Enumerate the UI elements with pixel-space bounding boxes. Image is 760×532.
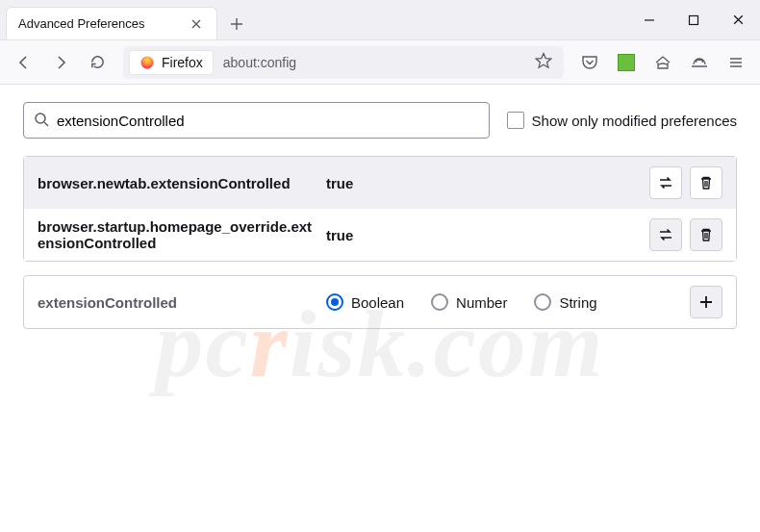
radio-string[interactable]: String [534, 293, 596, 311]
radio-icon [326, 293, 343, 311]
url-input[interactable] [214, 46, 529, 79]
new-pref-row: extensionControlled Boolean Number Strin… [23, 275, 737, 329]
reload-button[interactable] [81, 46, 114, 79]
search-icon [34, 112, 49, 130]
pocket-button[interactable] [573, 46, 606, 79]
svg-point-2 [36, 114, 45, 123]
urlbar-identity-box[interactable]: Firefox [129, 50, 214, 75]
pref-value: true [326, 227, 649, 243]
window-controls [627, 0, 760, 39]
bookmark-star-icon[interactable] [529, 52, 558, 72]
svg-rect-0 [690, 15, 698, 24]
search-box[interactable] [23, 102, 490, 139]
show-modified-checkbox[interactable] [507, 112, 524, 129]
pref-actions [649, 166, 722, 199]
show-modified-label: Show only modified preferences [532, 113, 737, 129]
radio-label: Number [456, 294, 507, 311]
delete-button[interactable] [690, 218, 722, 251]
tab-label: Advanced Preferences [18, 16, 188, 31]
tab-advanced-preferences[interactable]: Advanced Preferences [6, 7, 217, 39]
pref-name: browser.newtab.extensionControlled [38, 175, 326, 191]
prefs-table: browser.newtab.extensionControlled true … [23, 156, 737, 262]
new-pref-name: extensionControlled [38, 294, 326, 311]
close-tab-button[interactable] [188, 15, 205, 33]
show-modified-checkbox-row[interactable]: Show only modified preferences [507, 112, 737, 129]
pref-row: browser.startup.homepage_override.extens… [24, 209, 736, 261]
radio-icon [534, 293, 551, 311]
firefox-logo-icon [139, 55, 155, 70]
pref-row: browser.newtab.extensionControlled true [24, 157, 736, 209]
radio-boolean[interactable]: Boolean [326, 293, 404, 311]
maximize-button[interactable] [671, 0, 716, 39]
tabs-row: Advanced Preferences [6, 0, 627, 39]
search-row: Show only modified preferences [23, 102, 737, 139]
urlbar[interactable]: Firefox [123, 46, 564, 79]
radio-icon [431, 293, 448, 311]
close-window-button[interactable] [716, 0, 760, 39]
delete-button[interactable] [690, 166, 722, 199]
radio-label: String [559, 294, 596, 311]
titlebar: Advanced Preferences [0, 0, 760, 40]
identity-label: Firefox [162, 55, 203, 70]
content-area: Show only modified preferences browser.n… [0, 85, 760, 346]
toolbar: Firefox [0, 40, 760, 85]
minimize-button[interactable] [627, 0, 671, 39]
forward-button[interactable] [44, 46, 77, 79]
svg-point-1 [141, 56, 154, 68]
extension-button[interactable] [610, 46, 643, 79]
pref-value: true [326, 175, 649, 191]
extension-icon [618, 54, 635, 71]
account-button[interactable] [646, 46, 679, 79]
new-tab-button[interactable] [221, 9, 252, 39]
type-radio-group: Boolean Number String [326, 293, 690, 311]
add-button[interactable] [690, 286, 722, 318]
back-button[interactable] [8, 46, 40, 79]
toggle-button[interactable] [649, 218, 682, 251]
app-menu-button[interactable] [720, 46, 752, 79]
protection-button[interactable] [683, 46, 716, 79]
radio-label: Boolean [351, 294, 404, 311]
search-input[interactable] [57, 113, 479, 129]
pref-actions [649, 218, 722, 251]
toggle-button[interactable] [649, 166, 682, 199]
pref-name: browser.startup.homepage_override.extens… [38, 218, 326, 251]
radio-number[interactable]: Number [431, 293, 507, 311]
